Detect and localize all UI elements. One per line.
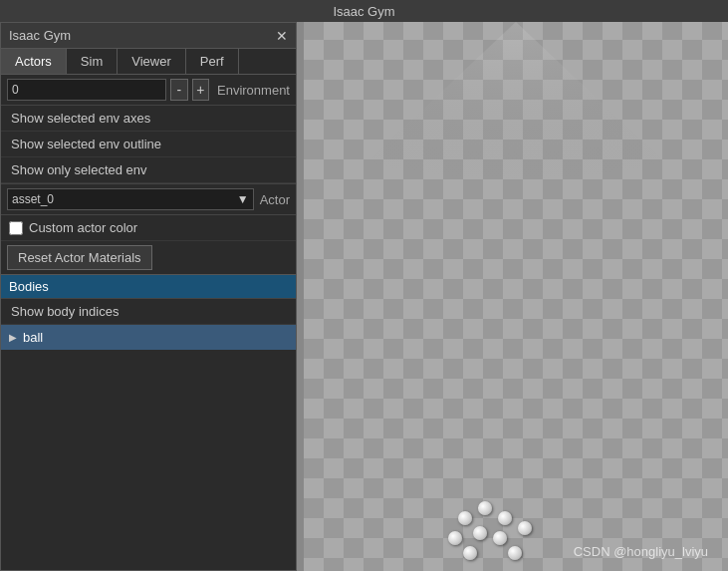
custom-color-row: Custom actor color <box>1 215 296 241</box>
env-plus-button[interactable]: + <box>192 79 210 101</box>
ball-sphere <box>463 546 477 560</box>
environment-row: - + Environment <box>1 75 296 106</box>
ball-sphere <box>498 511 512 525</box>
main-panel: Isaac Gym ✕ Actors Sim Viewer Perf - + E… <box>0 22 297 571</box>
tab-viewer[interactable]: Viewer <box>118 49 186 74</box>
tabs-container: Actors Sim Viewer Perf <box>1 49 296 75</box>
tab-perf[interactable]: Perf <box>186 49 239 74</box>
env-input[interactable] <box>7 79 166 101</box>
asset-row: asset_0 ▼ Actor <box>1 183 296 215</box>
custom-color-checkbox[interactable] <box>9 221 23 235</box>
panel-title-bar: Isaac Gym ✕ <box>1 23 296 49</box>
bodies-section-header: Bodies <box>1 274 296 299</box>
app-title-bar: Isaac Gym <box>0 0 728 22</box>
env-label: Environment <box>217 83 290 98</box>
tab-sim[interactable]: Sim <box>67 49 118 74</box>
ball-list-item[interactable]: ▶ ball <box>1 325 296 350</box>
ball-sphere <box>493 531 507 545</box>
show-selected-env-outline[interactable]: Show selected env outline <box>1 132 296 157</box>
actor-label: Actor <box>260 192 290 207</box>
ball-sphere <box>458 511 472 525</box>
ball-sphere <box>448 531 462 545</box>
ball-sphere <box>508 546 522 560</box>
show-selected-env-axes[interactable]: Show selected env axes <box>1 106 296 132</box>
ball-sphere <box>518 521 532 535</box>
asset-dropdown[interactable]: asset_0 ▼ <box>7 188 254 210</box>
asset-dropdown-value: asset_0 <box>12 192 54 206</box>
tab-actors[interactable]: Actors <box>1 49 67 74</box>
arrow-icon: ▶ <box>9 332 17 343</box>
app-title: Isaac Gym <box>333 4 394 19</box>
ball-label: ball <box>23 330 43 345</box>
panel-content: - + Environment Show selected env axes S… <box>1 75 296 570</box>
checkerboard-floor <box>304 0 728 571</box>
env-minus-button[interactable]: - <box>170 79 188 101</box>
panel-title: Isaac Gym <box>9 28 71 43</box>
ball-sphere <box>478 501 492 515</box>
watermark: CSDN @hongliyu_lviyu <box>574 544 708 559</box>
custom-color-label: Custom actor color <box>29 220 137 235</box>
show-only-selected-env[interactable]: Show only selected env <box>1 157 296 183</box>
dropdown-arrow-icon: ▼ <box>237 192 249 206</box>
reset-materials-button[interactable]: Reset Actor Materials <box>7 245 152 270</box>
show-body-indices[interactable]: Show body indices <box>1 299 296 325</box>
close-button[interactable]: ✕ <box>276 29 288 43</box>
ball-sphere <box>473 526 487 540</box>
